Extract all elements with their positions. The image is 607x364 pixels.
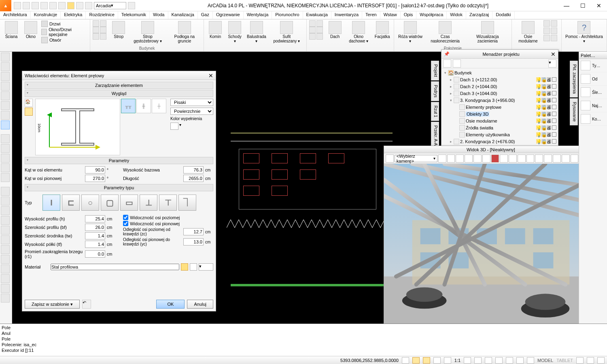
section-params[interactable]: Parametry bbox=[25, 157, 213, 164]
input-wys-baz[interactable] bbox=[183, 166, 204, 174]
view-icon-3d[interactable] bbox=[25, 108, 33, 116]
view3d-scene[interactable] bbox=[384, 164, 598, 323]
lt-icon-8[interactable] bbox=[1, 121, 10, 129]
tree-node[interactable]: ▸2. Kondygnacja 2 (+676.00)💡🔒🖨 bbox=[443, 138, 556, 145]
projmgr-close[interactable]: ✕ bbox=[551, 51, 556, 57]
v3d-tool-9[interactable] bbox=[500, 154, 508, 163]
lt-icon-7[interactable] bbox=[1, 111, 10, 120]
input-kat-elem[interactable] bbox=[85, 166, 105, 174]
tree-node[interactable]: ▸Dach 1 (+1212.00)💡🔒🖨 bbox=[443, 76, 556, 83]
section-type-params[interactable]: Parametry typu bbox=[25, 184, 213, 191]
v3d-tool-14[interactable] bbox=[544, 154, 552, 163]
shape-h2[interactable]: ╫ bbox=[136, 99, 151, 113]
sidetab-Rysowanie[interactable]: Rysowanie bbox=[570, 98, 578, 125]
v3d-tool-6[interactable] bbox=[473, 154, 482, 163]
ribbon-okno-dach[interactable]: Okno dachowe ▾ bbox=[346, 20, 372, 44]
ribbon-tab-konstrukcje[interactable]: Konstrukcje bbox=[31, 11, 61, 19]
lt-icon-15[interactable] bbox=[1, 197, 10, 205]
ribbon-facjatka[interactable]: Facjatka bbox=[374, 20, 391, 40]
lt-icon-22[interactable] bbox=[1, 265, 10, 273]
ribbon-strop-gesto[interactable]: Strop gęstożebrowy ▾ bbox=[129, 20, 166, 44]
combo-powierzchnie[interactable]: Powierzchnie bbox=[170, 108, 213, 115]
sb-6[interactable] bbox=[464, 357, 471, 364]
tree-node[interactable]: ▸Dach 3 (+1044.00)💡🔒🖨 bbox=[443, 90, 556, 97]
palette-item[interactable]: Ty… bbox=[579, 59, 607, 72]
input-bf[interactable] bbox=[85, 224, 105, 231]
v3d-tool-8[interactable] bbox=[491, 154, 499, 163]
combo-pisaki[interactable]: Pisaki bbox=[170, 99, 213, 106]
layer-combo[interactable]: Arcadia ▾ bbox=[94, 2, 126, 9]
input-zc[interactable] bbox=[183, 228, 204, 235]
lt-icon-24[interactable] bbox=[1, 284, 10, 293]
lt-icon-1[interactable] bbox=[1, 53, 10, 61]
type-t1[interactable]: ⊥ bbox=[140, 195, 157, 211]
lt-icon-21[interactable] bbox=[1, 255, 10, 264]
lt-icon-5[interactable] bbox=[1, 91, 10, 100]
v3d-tool-12[interactable] bbox=[526, 154, 535, 163]
tree-node[interactable]: ▸Dach 2 (+1044.00)💡🔒🖨 bbox=[443, 83, 556, 90]
v3d-tool-15[interactable] bbox=[553, 154, 561, 163]
sidetab-Podrys[interactable]: Podrys bbox=[431, 81, 439, 101]
lt-icon-11[interactable] bbox=[1, 154, 10, 163]
tree-node[interactable]: Osie modularne💡🔒🖨 bbox=[443, 117, 556, 124]
lt-icon-6[interactable] bbox=[1, 101, 10, 110]
palette-item[interactable]: Naj… bbox=[579, 99, 607, 112]
type-rect[interactable]: ▭ bbox=[120, 195, 138, 211]
input-tw[interactable] bbox=[85, 232, 105, 239]
sb-15[interactable] bbox=[597, 357, 605, 364]
sb-7[interactable] bbox=[474, 357, 482, 364]
tree-node[interactable]: Elementy prętowe💡🔒🖨 bbox=[443, 104, 556, 110]
v3d-tool-17[interactable] bbox=[571, 154, 579, 163]
ribbon-tab-współpraca[interactable]: Współpraca bbox=[416, 11, 447, 19]
sb-9[interactable] bbox=[495, 357, 503, 364]
close-button[interactable]: ✕ bbox=[591, 0, 607, 11]
ribbon-komin[interactable]: Komin bbox=[206, 20, 224, 40]
maximize-button[interactable]: ☐ bbox=[575, 0, 591, 11]
sidetab-Rzut 1[interactable]: Rzut 1 bbox=[431, 102, 439, 121]
ribbon-okno[interactable]: Okno bbox=[22, 20, 40, 40]
v3d-tool-10[interactable] bbox=[509, 154, 517, 163]
tree-node[interactable]: Źródła światła💡🔒🖨 bbox=[443, 124, 556, 131]
ribbon-czas[interactable]: Czas nasłonecznienia bbox=[426, 20, 465, 44]
ribbon-roza[interactable]: Róża wiatrów ▾ bbox=[397, 20, 424, 44]
lt-icon-4[interactable] bbox=[1, 82, 10, 91]
palette-item[interactable]: Śle… bbox=[579, 86, 607, 99]
input-tf[interactable] bbox=[85, 241, 105, 248]
input-dlugosc[interactable] bbox=[183, 175, 204, 182]
project-tree[interactable]: ▾🏠Budynek▸Dach 1 (+1212.00)💡🔒🖨▸Dach 2 (+… bbox=[441, 68, 558, 146]
tree-node[interactable]: ▾3. Kondygnacja 3 (+956.00)💡🔒🖨 bbox=[443, 97, 556, 104]
ribbon-tab-kanalizacja[interactable]: Kanalizacja bbox=[168, 11, 198, 19]
ribbon-tab-ewakuacja[interactable]: Ewakuacja bbox=[303, 11, 331, 19]
command-line[interactable]: PoleAnulPolePolecenie: isa_ecExecutor id… bbox=[0, 324, 607, 356]
ribbon-sciana[interactable]: Ściana bbox=[2, 20, 20, 40]
qat-save-icon[interactable] bbox=[32, 2, 39, 9]
v3d-camera-combo[interactable]: <Wybierz kamerę> ▾ bbox=[395, 155, 437, 162]
sb-5[interactable] bbox=[444, 357, 451, 364]
input-h[interactable] bbox=[85, 215, 105, 222]
ribbon-tab-inwentaryza[interactable]: Inwentaryza bbox=[331, 11, 362, 19]
ribbon-tab-rozdzielnice[interactable]: Rozdzielnice bbox=[86, 11, 118, 19]
color-swatch[interactable] bbox=[170, 123, 178, 130]
lt-icon-14[interactable] bbox=[1, 187, 10, 196]
qat-new-icon[interactable] bbox=[14, 2, 21, 9]
sb-14[interactable] bbox=[587, 357, 594, 364]
lt-icon-9[interactable] bbox=[1, 134, 10, 143]
qat-redo-icon[interactable] bbox=[58, 2, 66, 9]
minimize-button[interactable]: — bbox=[558, 0, 575, 11]
input-yc[interactable] bbox=[183, 238, 204, 245]
status-tablet[interactable]: TABLET bbox=[556, 358, 573, 363]
lt-icon-23[interactable] bbox=[1, 274, 10, 283]
ribbon-drzwi[interactable]: Drzwi bbox=[41, 20, 86, 28]
material-bulb-icon[interactable] bbox=[181, 263, 188, 271]
ribbon-tab-dodatki[interactable]: Dodatki bbox=[492, 11, 514, 19]
v3d-tool-7[interactable] bbox=[482, 154, 490, 163]
sidetab-Pkt. zaczepienia[interactable]: Pkt. zaczepienia bbox=[570, 61, 578, 97]
sb-2[interactable] bbox=[412, 357, 420, 364]
lt-icon-10[interactable] bbox=[1, 144, 10, 153]
ribbon-osie[interactable]: Osie modularne bbox=[514, 20, 542, 44]
shape-h3[interactable]: ┼ bbox=[152, 99, 166, 113]
type-t2[interactable]: ⊤ bbox=[159, 195, 177, 211]
shape-h1[interactable]: ╥╥ bbox=[121, 99, 136, 113]
ok-button[interactable]: OK bbox=[156, 300, 185, 309]
ribbon-tab-widok[interactable]: Widok bbox=[447, 11, 466, 19]
